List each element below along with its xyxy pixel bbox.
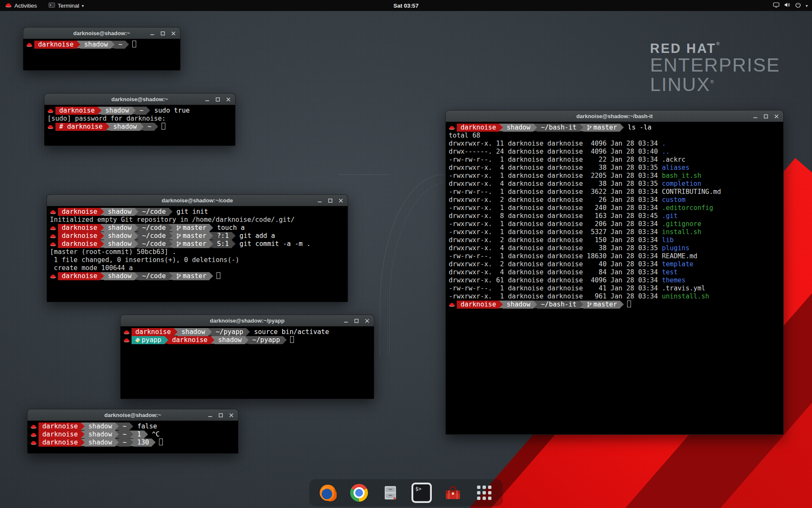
segment-arrow bbox=[174, 328, 178, 336]
terminal-line: drwxrwxr-x. 61 darknoise darknoise 4096 … bbox=[449, 276, 780, 284]
dock-files[interactable] bbox=[380, 483, 401, 503]
maximize-button[interactable] bbox=[762, 113, 770, 120]
dock-toolbox[interactable] bbox=[443, 483, 463, 503]
dock-terminal[interactable]: $> bbox=[411, 483, 432, 503]
segment-arrow bbox=[100, 224, 104, 232]
close-button[interactable] bbox=[228, 411, 235, 419]
window-titlebar[interactable]: darknoise@shadow:~/bash-it bbox=[446, 110, 783, 122]
command-text: ls -la bbox=[624, 124, 651, 131]
minimize-button[interactable] bbox=[203, 96, 211, 103]
top-bar: Activities Terminal ▾ Sat 03:57 ▾ bbox=[0, 0, 812, 11]
segment-arrow bbox=[499, 124, 503, 131]
terminal-window-bash-it: darknoise@shadow:~/bash-itdarknoiseshado… bbox=[445, 110, 784, 435]
prompt-segment-path: ~/bash-it bbox=[537, 124, 579, 132]
prompt-segment-red: darknoise bbox=[457, 124, 499, 132]
dock-firefox[interactable] bbox=[318, 483, 338, 503]
segment-arrow bbox=[209, 224, 213, 232]
output-text: -rwxrwxr-x. 1 darknoise darknoise 5327 J… bbox=[449, 228, 662, 236]
close-button[interactable] bbox=[170, 30, 177, 37]
app-menu-terminal[interactable]: Terminal ▾ bbox=[47, 0, 85, 11]
terminal-content[interactable]: darknoiseshadow~ sudo true[sudo] passwor… bbox=[44, 105, 235, 133]
maximize-button[interactable] bbox=[353, 317, 360, 325]
close-button[interactable] bbox=[337, 197, 345, 204]
close-button[interactable] bbox=[225, 96, 232, 103]
output-text: .editorconfig bbox=[662, 204, 713, 212]
terminal-line: -rwxrwxr-x. 1 darknoise darknoise 206 Ja… bbox=[449, 220, 780, 228]
toolbox-icon bbox=[444, 484, 462, 502]
terminal-line: [master (root-commit) 50bcb63] . bbox=[50, 248, 345, 256]
segment-arrow bbox=[100, 240, 104, 248]
redhat-prompt-icon bbox=[123, 329, 130, 335]
terminal-line: darknoiseshadow~/codemasterS:1 git commi… bbox=[50, 240, 345, 248]
prompt-segment-red: darknoise bbox=[38, 439, 81, 447]
terminal-content[interactable]: darknoiseshadow~/pyapp source bin/activa… bbox=[121, 326, 374, 346]
output-text: test bbox=[662, 268, 678, 276]
close-button[interactable] bbox=[773, 113, 780, 120]
prompt-segment-red: darknoise bbox=[55, 107, 98, 115]
terminal-cursor bbox=[162, 123, 165, 130]
terminal-content[interactable]: darknoiseshadow~ falsedarknoiseshadow~1 … bbox=[27, 421, 238, 448]
prompt-segment-red: darknoise bbox=[457, 301, 499, 309]
segment-arrow bbox=[77, 41, 80, 48]
prompt-segment-path: ~ bbox=[115, 41, 125, 49]
segment-arrow bbox=[283, 336, 287, 344]
redhat-prompt-icon bbox=[50, 225, 56, 231]
window-titlebar[interactable]: darknoise@shadow:~/pyapp bbox=[121, 315, 374, 326]
terminal-line: darknoiseshadow~130 bbox=[30, 439, 235, 447]
segment-arrow bbox=[81, 439, 85, 446]
terminal-cursor bbox=[290, 336, 294, 343]
git-branch-icon bbox=[176, 273, 181, 279]
prompt-segment-red: darknoise bbox=[34, 41, 77, 49]
segment-arrow bbox=[129, 431, 133, 438]
terminal-icon: $> bbox=[413, 484, 430, 501]
output-text: drwxrwxr-x. 8 darknoise darknoise 163 Ja… bbox=[449, 212, 662, 220]
minimize-button[interactable] bbox=[206, 411, 214, 419]
redhat-prompt-icon bbox=[30, 432, 37, 437]
output-text: 1 file changed, 0 insertions(+), 0 delet… bbox=[50, 256, 239, 264]
maximize-button[interactable] bbox=[217, 411, 225, 419]
maximize-button[interactable] bbox=[326, 197, 334, 204]
segment-arrow bbox=[146, 107, 150, 114]
terminal-line: darknoiseshadow~/pyapp source bin/activa… bbox=[123, 328, 371, 336]
maximize-button[interactable] bbox=[159, 30, 167, 37]
terminal-cursor bbox=[217, 272, 220, 279]
dock-chrome[interactable] bbox=[349, 483, 369, 503]
output-text: .git bbox=[662, 212, 678, 220]
minimize-button[interactable] bbox=[342, 317, 350, 325]
clock[interactable]: Sat 03:57 bbox=[393, 3, 418, 9]
output-text: -rw-rw-r--. 1 darknoise darknoise 3622 J… bbox=[449, 188, 721, 196]
window-titlebar[interactable]: darknoise@shadow:~ bbox=[27, 409, 238, 421]
redhat-prompt-icon bbox=[50, 273, 56, 279]
segment-arrow bbox=[100, 208, 104, 215]
activities-button[interactable]: Activities bbox=[3, 0, 38, 11]
git-branch-icon bbox=[587, 302, 592, 307]
window-titlebar[interactable]: darknoise@shadow:~ bbox=[44, 94, 235, 105]
output-text: drwx------. 24 darknoise darknoise 4096 … bbox=[449, 148, 662, 155]
output-text: install.sh bbox=[662, 228, 701, 236]
prompt-segment-gray: shadow bbox=[104, 224, 134, 232]
terminal-content[interactable]: darknoiseshadow~ bbox=[23, 39, 180, 50]
terminal-content[interactable]: darknoiseshadow~/bash-itmaster ls -latot… bbox=[446, 122, 783, 310]
segment-arrow bbox=[115, 431, 119, 438]
prompt-segment-path: ~/code bbox=[138, 240, 169, 248]
close-button[interactable] bbox=[363, 317, 371, 325]
segment-arrow bbox=[165, 336, 168, 344]
command-text: touch a bbox=[213, 224, 245, 232]
system-status-area[interactable]: ▾ bbox=[773, 0, 808, 11]
minimize-button[interactable] bbox=[752, 113, 759, 120]
terminal-content[interactable]: darknoiseshadow~/code git initInitialize… bbox=[47, 206, 348, 282]
segment-arrow bbox=[129, 439, 133, 446]
segment-arrow bbox=[533, 301, 537, 308]
prompt-segment-path: ~ bbox=[144, 123, 154, 131]
window-titlebar[interactable]: darknoise@shadow:~ bbox=[23, 28, 180, 39]
dock-app-grid[interactable] bbox=[474, 483, 494, 503]
window-titlebar[interactable]: darknoise@shadow:~/code bbox=[47, 195, 348, 206]
command-text: git add a bbox=[236, 232, 275, 240]
segment-arrow bbox=[81, 431, 85, 438]
minimize-button[interactable] bbox=[148, 30, 156, 37]
output-text: [master (root-commit) 50bcb63] . bbox=[50, 248, 176, 256]
output-text: lib bbox=[662, 236, 674, 244]
prompt-segment-path: ~ bbox=[136, 107, 146, 115]
maximize-button[interactable] bbox=[214, 96, 222, 103]
minimize-button[interactable] bbox=[316, 197, 324, 204]
